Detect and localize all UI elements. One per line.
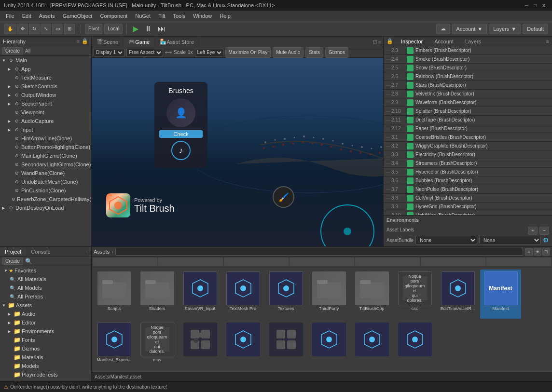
- star-icon-button[interactable]: ★: [534, 248, 541, 256]
- hierarchy-all-button[interactable]: All: [25, 48, 30, 54]
- console-tab[interactable]: Console: [26, 248, 55, 256]
- all-prefabs-item[interactable]: 🔍 All Prefabs: [0, 292, 91, 301]
- inspector-row-2-4[interactable]: — 2.4 Smoke (BrushDescriptor): [384, 55, 552, 64]
- display-select[interactable]: Display 1: [94, 49, 124, 56]
- unity-item-4[interactable]: [394, 321, 435, 370]
- inspector-row-3-1[interactable]: — 3.1 CoarseBristles (BrushDescriptor): [384, 133, 552, 142]
- inspector-row-3-2[interactable]: — 3.2 WigglyGraphite (BrushDescriptor): [384, 142, 552, 150]
- cloud-button[interactable]: ☁: [436, 24, 450, 34]
- tree-item-audiocapture[interactable]: ▶ ⊙ AudioCapture: [0, 117, 91, 125]
- menu-item-tools[interactable]: Tools: [169, 12, 189, 20]
- tree-item-sceneparent[interactable]: ▶ ⊙ SceneParent: [0, 99, 91, 108]
- scene-tab[interactable]: 🎬 Scene: [92, 37, 124, 47]
- inspector-row-3-8[interactable]: — 3.8 CelVinyl (BrushDescriptor): [384, 194, 552, 203]
- menu-item-help[interactable]: Help: [216, 12, 235, 20]
- tree-item-textmeasure[interactable]: ⊙ TextMeasure: [0, 73, 91, 82]
- inspector-row-2-5[interactable]: — 2.5 Snow (BrushDescriptor): [384, 64, 552, 72]
- asset-bundle-select-1[interactable]: None: [415, 236, 477, 244]
- inspector-row-2-10[interactable]: — 2.10 Splatter (BrushDescriptor): [384, 107, 552, 116]
- maximize-on-play-button[interactable]: Maximize On Play: [225, 47, 271, 58]
- maximize-button[interactable]: □: [531, 1, 539, 10]
- tree-item-dontdestroy[interactable]: ▶ ⊙ DontDestroyOnLoad: [0, 203, 91, 212]
- favorites-header[interactable]: ▼ ★ Favorites: [0, 266, 91, 275]
- inspector-tab[interactable]: Inspector: [397, 38, 427, 45]
- tree-item-main[interactable]: ▼ ⊙ Main: [0, 56, 91, 65]
- check-button[interactable]: Check: [159, 130, 203, 138]
- assets-root[interactable]: ▼ 📁 Assets: [0, 301, 91, 310]
- minimize-button[interactable]: ─: [522, 1, 531, 10]
- all-materials-item[interactable]: 🔍 All Materials: [0, 275, 91, 284]
- inspector-row-2-6[interactable]: — 2.6 Rainbow (BrushDescriptor): [384, 72, 552, 81]
- menu-icon[interactable]: ≡: [378, 39, 381, 45]
- scripts-folder-item[interactable]: Scripts: [94, 270, 135, 319]
- shaders-folder-item[interactable]: Shaders: [137, 270, 178, 319]
- inspector-row-2-12[interactable]: — 2.12 Paper (BrushDescriptor): [384, 124, 552, 133]
- menu-item-nuget[interactable]: NuGet: [131, 12, 154, 20]
- playmodetests-folder[interactable]: 📁 PlaymodeTests: [0, 370, 91, 379]
- pause-button[interactable]: ⏸: [142, 25, 154, 33]
- tree-item-mainlight[interactable]: ⊙ MainLightGizmo(Clone): [0, 151, 91, 160]
- csc-item[interactable]: Noque porsqiloqueam etqui dolores. csc: [394, 270, 435, 319]
- local-button[interactable]: Local: [104, 24, 123, 34]
- inspector-row-2-9[interactable]: — 2.9 Waveform (BrushDescriptor): [384, 98, 552, 107]
- tree-item-outputwindow[interactable]: ▶ ⊙ OutputWindow: [0, 91, 91, 99]
- move-tool-button[interactable]: ✥: [17, 24, 28, 34]
- fonts-folder[interactable]: 📁 Fonts: [0, 336, 91, 344]
- inspector-row-2-7[interactable]: — 2.7 Stars (BrushDescriptor): [384, 81, 552, 90]
- rotate-tool-button[interactable]: ↻: [29, 24, 40, 34]
- materials-folder[interactable]: 📁 Materials: [0, 353, 91, 362]
- pivot-button[interactable]: Pivot: [85, 24, 102, 34]
- project-create-button[interactable]: Create: [2, 257, 23, 265]
- tree-item-app[interactable]: ▶ ⊙ App: [0, 65, 91, 73]
- menu-item-edit[interactable]: Edit: [18, 12, 35, 20]
- edittimeasset-item[interactable]: EditTimeAssetR...: [437, 270, 478, 319]
- camera-select[interactable]: Left Eye: [195, 49, 223, 56]
- inspector-row-3-6[interactable]: — 3.6 Bubbles (BrushDescriptor): [384, 176, 552, 185]
- editor-folder[interactable]: ▶ 📁 Editor: [0, 318, 91, 327]
- inspector-row-3-7[interactable]: — 3.7 NeonPulse (BrushDescriptor): [384, 185, 552, 194]
- tree-item-viewpoint[interactable]: ⊙ Viewpoint: [0, 108, 91, 117]
- tree-item-reverbzone[interactable]: ⊙ ReverbZone_CarpetedHallway(: [0, 195, 91, 203]
- menu-item-gameobject[interactable]: GameObject: [59, 12, 97, 20]
- project-tab[interactable]: Project: [0, 248, 26, 256]
- inspector-menu-icon[interactable]: ≡: [546, 39, 549, 44]
- puzzle-item-2[interactable]: [265, 321, 306, 370]
- thirdparty-folder-item[interactable]: ThirdParty: [308, 270, 349, 319]
- account-button[interactable]: Account ▼: [452, 24, 487, 34]
- textures-folder-item[interactable]: Textures: [265, 270, 306, 319]
- environments-folder[interactable]: ▶ 📁 Environments: [0, 327, 91, 336]
- aspect-select[interactable]: Free Aspect: [126, 49, 163, 56]
- scale-tool-button[interactable]: ⤡: [41, 24, 51, 34]
- menu-item-file[interactable]: File: [2, 12, 18, 20]
- layers-button[interactable]: Layers ▼: [489, 24, 521, 34]
- inspector-row-2-11[interactable]: — 2.11 DuctTape (BrushDescriptor): [384, 116, 552, 124]
- manifest-item[interactable]: Manifest Manifest: [480, 270, 521, 319]
- hand-tool-button[interactable]: ✋: [4, 24, 16, 34]
- account-tab[interactable]: Account: [430, 38, 457, 45]
- remove-button[interactable]: −: [539, 227, 549, 235]
- filter-icon-button[interactable]: ⊡: [542, 248, 550, 256]
- mute-audio-button[interactable]: Mute Audio: [273, 47, 304, 58]
- all-models-item[interactable]: 🔍 All Models: [0, 284, 91, 292]
- close-button[interactable]: ✕: [539, 1, 548, 10]
- maximize-icon[interactable]: ⊡: [373, 39, 377, 45]
- menu-item-window[interactable]: Window: [189, 12, 216, 20]
- inspector-row-3-9[interactable]: — 3.9 HyperGrid (BrushDescriptor): [384, 203, 552, 211]
- inspector-row-3-4[interactable]: — 3.4 Streamers (BrushDescriptor): [384, 159, 552, 168]
- models-folder[interactable]: 📁 Models: [0, 362, 91, 370]
- gizmos-button[interactable]: Gizmos: [325, 47, 348, 58]
- inspector-row-2-8[interactable]: — 2.8 VelvetInk (BrushDescriptor): [384, 90, 552, 98]
- steamvr-folder-item[interactable]: SteamVR_Input: [179, 270, 221, 319]
- inspector-row-3-5[interactable]: — 3.5 Hypercolor (BrushDescriptor): [384, 168, 552, 176]
- unity-item-3[interactable]: [351, 321, 392, 370]
- unity-item-1[interactable]: [222, 321, 263, 370]
- tree-item-wandpane[interactable]: ⊙ WandPane(Clone): [0, 169, 91, 177]
- tree-item-pincushion[interactable]: ⊙ PinCushion(Clone): [0, 186, 91, 195]
- project-menu-icon[interactable]: ≡: [86, 249, 91, 255]
- transform-tool-button[interactable]: ⊞: [64, 24, 75, 34]
- assets-search-input[interactable]: [115, 248, 523, 256]
- unity-item-2[interactable]: [308, 321, 349, 370]
- menu-item-assets[interactable]: Assets: [35, 12, 59, 20]
- step-button[interactable]: ⏭: [156, 25, 167, 33]
- add-button[interactable]: +: [528, 227, 538, 235]
